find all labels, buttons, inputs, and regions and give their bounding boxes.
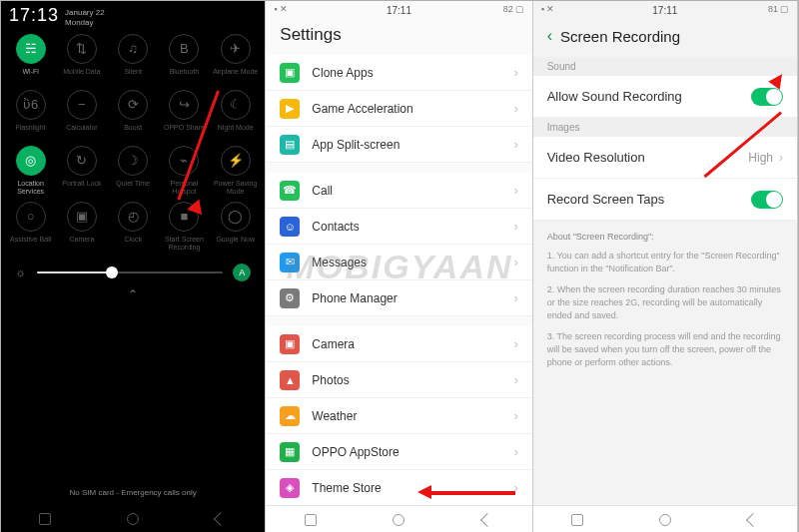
qs-tile-power-saving-mode[interactable]: ⚡Power Saving Mode xyxy=(210,146,261,200)
nav-back-button[interactable] xyxy=(212,510,230,528)
about-block: About "Screen Recording": 1. You can add… xyxy=(533,221,797,387)
chevron-right-icon: › xyxy=(514,66,518,80)
settings-row-phone-manager[interactable]: ⚙Phone Manager› xyxy=(266,280,531,316)
qs-tile-icon: ☾ xyxy=(221,90,251,120)
qs-tile-airplane-mode[interactable]: ✈Airplane Mode xyxy=(210,34,261,88)
row-label: Phone Manager xyxy=(312,291,397,305)
qs-tile-icon: ◎ xyxy=(16,146,46,176)
qs-tile-icon: ✈ xyxy=(221,34,251,64)
qs-tile-icon: ↻ xyxy=(67,146,97,176)
settings-row-weather[interactable]: ☁Weather› xyxy=(266,398,531,434)
qs-tile-assistive-ball[interactable]: ○Assistive Ball xyxy=(5,202,56,256)
qs-tile-mobile-data[interactable]: ⇅Mobile Data xyxy=(56,34,107,88)
chevron-right-icon: › xyxy=(514,409,518,423)
qs-tile-wi-fi[interactable]: ☵Wi-Fi xyxy=(5,34,56,88)
settings-row-app-split-screen[interactable]: ▤App Split-screen› xyxy=(266,127,531,163)
row-allow-sound[interactable]: Allow Sound Recording xyxy=(533,76,797,118)
qs-tile-icon: ◴ xyxy=(118,202,148,232)
allow-sound-toggle[interactable] xyxy=(751,88,783,106)
qs-tile-label: Silent xyxy=(124,68,142,76)
row-app-icon: ▤ xyxy=(280,135,300,155)
nav-bar xyxy=(533,505,797,532)
qs-tile-personal-hotspot[interactable]: ⌁Personal Hotspot xyxy=(159,146,210,200)
chevron-right-icon: › xyxy=(514,373,518,387)
qs-tile-icon: ♫ xyxy=(118,34,148,64)
chevron-right-icon: › xyxy=(779,151,783,165)
row-app-icon: ☁ xyxy=(280,406,300,426)
qs-tile-label: OPPO Share xyxy=(164,124,205,132)
collapse-chevron-icon[interactable]: ⌃ xyxy=(1,285,265,301)
settings-row-game-acceleration[interactable]: ▶Game Acceleration› xyxy=(266,91,531,127)
settings-list: ▣Clone Apps›▶Game Acceleration›▤App Spli… xyxy=(266,55,531,532)
qs-tile-icon: B xyxy=(169,34,199,64)
brightness-icon: ☼ xyxy=(15,266,29,279)
row-record-taps[interactable]: Record Screen Taps xyxy=(533,179,797,221)
row-app-icon: ⚙ xyxy=(280,288,300,308)
quick-settings-grid: ☵Wi-Fi⇅Mobile Data♫SilentBBluetooth✈Airp… xyxy=(1,28,265,256)
record-taps-toggle[interactable] xyxy=(751,191,783,209)
qs-tile-icon: ■ xyxy=(169,202,199,232)
settings-row-messages[interactable]: ✉Messages› xyxy=(266,245,531,280)
chevron-right-icon: › xyxy=(514,256,518,269)
qs-tile-label: Calculator xyxy=(66,124,98,132)
chevron-right-icon: › xyxy=(514,445,518,459)
row-label: Theme Store xyxy=(312,481,381,495)
qs-tile-label: Camera xyxy=(69,236,94,244)
qs-tile-start-screen-recording[interactable]: ■Start Screen Recording xyxy=(159,202,210,256)
brightness-slider[interactable] xyxy=(37,271,223,273)
battery-indicator: 81▢ xyxy=(768,4,789,14)
row-app-icon: ☎ xyxy=(280,181,300,201)
row-app-icon: ▣ xyxy=(280,334,300,354)
settings-row-photos[interactable]: ▲Photos› xyxy=(266,362,531,398)
settings-row-contacts[interactable]: ☺Contacts› xyxy=(266,209,531,245)
nav-home-button[interactable] xyxy=(390,511,407,529)
qs-tile-clock[interactable]: ◴Clock xyxy=(108,202,159,256)
back-chevron-icon[interactable]: ‹ xyxy=(547,27,552,45)
qs-tile-bluetooth[interactable]: BBluetooth xyxy=(159,34,210,88)
row-app-icon: ▦ xyxy=(280,442,300,462)
settings-row-camera[interactable]: ▣Camera› xyxy=(266,326,531,362)
chevron-right-icon: › xyxy=(514,337,518,351)
qs-tile-flashlight[interactable]: ὒ6Flashlight xyxy=(5,90,56,144)
nav-home-button[interactable] xyxy=(656,511,674,529)
qs-tile-calculator[interactable]: −Calculator xyxy=(56,90,107,144)
status-icons-left: ▪ ✕ xyxy=(274,4,288,14)
row-label: Video Resolution xyxy=(547,150,645,165)
nav-back-button[interactable] xyxy=(744,511,762,529)
settings-row-call[interactable]: ☎Call› xyxy=(266,173,531,209)
qs-tile-quiet-time[interactable]: ☽Quiet Time xyxy=(108,146,159,200)
row-video-resolution[interactable]: Video Resolution High › xyxy=(533,137,797,179)
row-app-icon: ▲ xyxy=(280,370,300,390)
nav-recent-button[interactable] xyxy=(302,511,320,529)
nav-recent-button[interactable] xyxy=(568,511,586,529)
chevron-right-icon: › xyxy=(514,481,518,495)
page-title: Screen Recording xyxy=(560,28,680,45)
qs-tile-portrait-lock[interactable]: ↻Portrait Lock xyxy=(56,146,107,200)
row-app-icon: ◈ xyxy=(280,478,300,498)
nav-recent-button[interactable] xyxy=(36,510,54,528)
qs-tile-location-services[interactable]: ◎Location Services xyxy=(5,146,56,200)
chevron-right-icon: › xyxy=(514,138,518,152)
about-heading: About "Screen Recording": xyxy=(547,231,783,244)
qs-tile-silent[interactable]: ♫Silent xyxy=(108,34,159,88)
settings-row-theme-store[interactable]: ◈Theme Store› xyxy=(266,470,531,506)
qs-tile-night-mode[interactable]: ☾Night Mode xyxy=(210,90,261,144)
qs-tile-oppo-share[interactable]: ↪OPPO Share xyxy=(159,90,210,144)
battery-indicator: 82▢ xyxy=(503,4,524,14)
qs-tile-boost[interactable]: ⟳Boost xyxy=(108,90,159,144)
row-app-icon: ▣ xyxy=(280,63,300,83)
nav-home-button[interactable] xyxy=(124,510,142,528)
nav-back-button[interactable] xyxy=(478,511,496,529)
settings-screen: ▪ ✕ 17:11 82▢ Settings ▣Clone Apps›▶Game… xyxy=(266,1,532,532)
auto-brightness-button[interactable]: A xyxy=(233,264,251,281)
row-app-icon: ▶ xyxy=(280,99,300,119)
qs-tile-icon: ⌁ xyxy=(169,146,199,176)
qs-tile-camera[interactable]: ▣Camera xyxy=(56,202,107,256)
qs-tile-label: Clock xyxy=(124,236,142,244)
qs-tile-google-now[interactable]: ◯Google Now xyxy=(210,202,261,256)
settings-row-clone-apps[interactable]: ▣Clone Apps› xyxy=(266,55,531,91)
qs-tile-label: Boost xyxy=(124,124,142,132)
settings-row-oppo-appstore[interactable]: ▦OPPO AppStore› xyxy=(266,434,531,470)
qs-tile-icon: ⟳ xyxy=(118,90,148,120)
section-header-images: Images xyxy=(533,118,797,137)
